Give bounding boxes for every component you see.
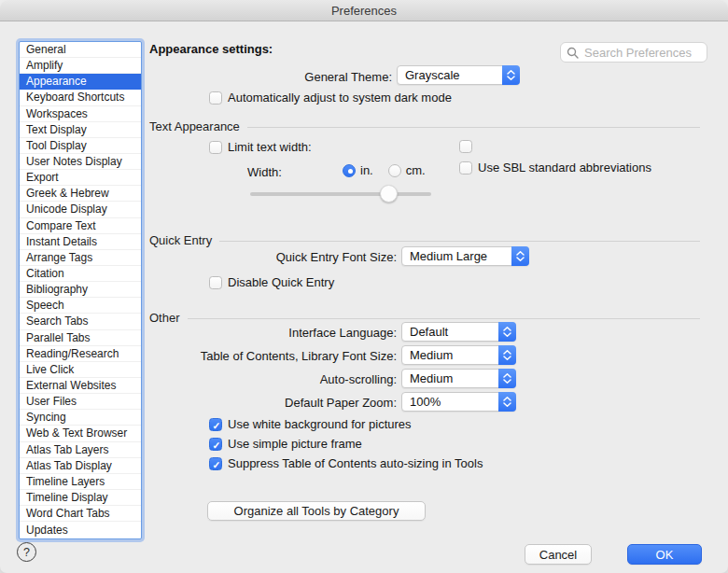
sidebar-item-workspaces[interactable]: Workspaces [20, 106, 141, 122]
dark-mode-label: Automatically adjust to system dark mode [228, 91, 452, 105]
page-title: Appearance settings: [149, 42, 273, 56]
sidebar-item-amplify[interactable]: Amplify [20, 58, 141, 74]
section-text-appearance: Text Appearance [149, 119, 700, 133]
section-title: Text Appearance [149, 119, 240, 133]
width-slider-track[interactable] [250, 192, 431, 196]
suppress-toc-checkbox[interactable] [209, 457, 222, 470]
european-verse-checkbox[interactable] [459, 140, 472, 153]
section-title: Quick Entry [149, 233, 212, 247]
section-rule [188, 318, 700, 319]
search-icon [567, 47, 579, 59]
quick-entry-font-size-value: Medium Large [402, 247, 512, 265]
sidebar-item-speech[interactable]: Speech [20, 298, 141, 314]
cancel-button[interactable]: Cancel [525, 544, 592, 565]
unit-in-option[interactable]: in. [343, 163, 373, 177]
sbl-checkbox[interactable] [459, 161, 472, 175]
sidebar-item-export[interactable]: Export [20, 170, 141, 186]
european-verse-row [459, 140, 478, 153]
toc-font-size-popup[interactable]: Medium [401, 345, 516, 365]
width-label: Width: [247, 165, 282, 179]
sidebar-item-tool-display[interactable]: Tool Display [20, 138, 141, 154]
unit-cm-option[interactable]: cm. [388, 163, 426, 177]
general-theme-popup[interactable]: Grayscale [397, 65, 520, 85]
search-field[interactable] [560, 42, 707, 63]
popup-stepper-icon [502, 65, 520, 85]
interface-language-value: Default [402, 323, 499, 341]
limit-text-width-checkbox[interactable] [209, 141, 222, 154]
popup-stepper-icon [498, 392, 516, 412]
white-background-checkbox[interactable] [209, 418, 222, 431]
preferences-window: Preferences General Amplify Appearance K… [0, 0, 728, 573]
default-paper-zoom-value: 100% [402, 393, 499, 411]
interface-language-label: Interface Language: [149, 326, 397, 340]
sidebar-item-web-text-browser[interactable]: Web & Text Browser [20, 426, 141, 441]
sidebar-item-user-files[interactable]: User Files [20, 394, 141, 410]
sidebar-item-parallel-tabs[interactable]: Parallel Tabs [20, 330, 141, 346]
sidebar-item-updates[interactable]: Updates [20, 522, 141, 538]
sidebar-item-compare-text[interactable]: Compare Text [20, 218, 141, 234]
quick-entry-font-size-label: Quick Entry Font Size: [149, 250, 397, 264]
title-bar: Preferences [0, 0, 728, 21]
organize-tools-button[interactable]: Organize all Tools by Category [207, 501, 426, 521]
default-paper-zoom-popup[interactable]: 100% [401, 392, 516, 412]
popup-stepper-icon [498, 345, 516, 365]
quick-entry-font-size-popup[interactable]: Medium Large [401, 246, 529, 266]
sidebar-item-instant-details[interactable]: Instant Details [20, 234, 141, 250]
sidebar-item-keyboard-shortcuts[interactable]: Keyboard Shortcuts [20, 90, 141, 105]
auto-scrolling-popup[interactable]: Medium [401, 369, 516, 388]
unit-cm-radio[interactable] [388, 164, 401, 177]
sidebar-item-appearance[interactable]: Appearance [20, 74, 141, 90]
sidebar-item-text-display[interactable]: Text Display [20, 122, 141, 138]
interface-language-popup[interactable]: Default [401, 322, 516, 342]
dark-mode-row: Automatically adjust to system dark mode [209, 91, 452, 105]
width-unit-radios: in. cm. [343, 163, 426, 177]
section-rule [219, 241, 700, 242]
popup-stepper-icon [498, 369, 516, 388]
simple-picture-frame-label: Use simple picture frame [228, 437, 362, 451]
section-title: Other [149, 311, 180, 325]
popup-stepper-icon [498, 322, 516, 342]
help-button[interactable]: ? [17, 542, 36, 562]
sidebar-item-general[interactable]: General [20, 42, 141, 58]
dark-mode-checkbox[interactable] [209, 91, 222, 105]
white-background-row: Use white background for pictures [209, 417, 412, 431]
width-slider-thumb[interactable] [380, 185, 398, 203]
sidebar-item-reading-research[interactable]: Reading/Research [20, 346, 141, 362]
sidebar-item-external-websites[interactable]: External Websites [20, 378, 141, 394]
sbl-row: Use SBL standard abbreviations [459, 161, 651, 175]
sidebar-item-live-click[interactable]: Live Click [20, 362, 141, 378]
sidebar-item-citation[interactable]: Citation [20, 266, 141, 282]
disable-quick-entry-label: Disable Quick Entry [228, 275, 334, 289]
toc-font-size-label: Table of Contents, Library Font Size: [149, 349, 397, 363]
sidebar-item-search-tabs[interactable]: Search Tabs [20, 314, 141, 329]
sidebar-item-greek-hebrew[interactable]: Greek & Hebrew [20, 186, 141, 202]
sidebar-item-atlas-tab-display[interactable]: Atlas Tab Display [20, 458, 141, 474]
help-icon: ? [23, 546, 30, 559]
sidebar-item-atlas-tab-layers[interactable]: Atlas Tab Layers [20, 442, 141, 458]
sidebar-item-arrange-tags[interactable]: Arrange Tags [20, 250, 141, 266]
section-quick-entry: Quick Entry [149, 233, 700, 247]
sbl-label: Use SBL standard abbreviations [478, 161, 651, 175]
simple-picture-frame-checkbox[interactable] [209, 438, 222, 451]
general-theme-value: Grayscale [398, 66, 503, 84]
sidebar-item-syncing[interactable]: Syncing [20, 410, 141, 426]
sidebar-item-timeline-display[interactable]: Timeline Display [20, 490, 141, 506]
sidebar-item-bibliography[interactable]: Bibliography [20, 282, 141, 298]
sidebar-item-user-notes-display[interactable]: User Notes Display [20, 154, 141, 170]
toc-font-size-value: Medium [402, 346, 499, 364]
organize-tools-label: Organize all Tools by Category [234, 504, 399, 518]
suppress-toc-label: Suppress Table of Contents auto-sizing i… [228, 456, 483, 470]
unit-in-radio[interactable] [343, 164, 356, 177]
sidebar-item-unicode-display[interactable]: Unicode Display [20, 202, 141, 217]
auto-scrolling-value: Medium [402, 370, 499, 387]
search-input[interactable] [582, 45, 701, 61]
ok-button[interactable]: OK [627, 544, 702, 565]
sidebar-item-word-chart-tabs[interactable]: Word Chart Tabs [20, 506, 141, 522]
general-theme-label: General Theme: [149, 70, 392, 84]
preferences-category-list: General Amplify Appearance Keyboard Shor… [19, 41, 142, 539]
suppress-toc-row: Suppress Table of Contents auto-sizing i… [209, 456, 483, 470]
disable-quick-entry-checkbox[interactable] [209, 276, 222, 289]
white-background-label: Use white background for pictures [228, 417, 412, 431]
sidebar-item-timeline-layers[interactable]: Timeline Layers [20, 474, 141, 490]
unit-cm-label: cm. [406, 163, 426, 177]
